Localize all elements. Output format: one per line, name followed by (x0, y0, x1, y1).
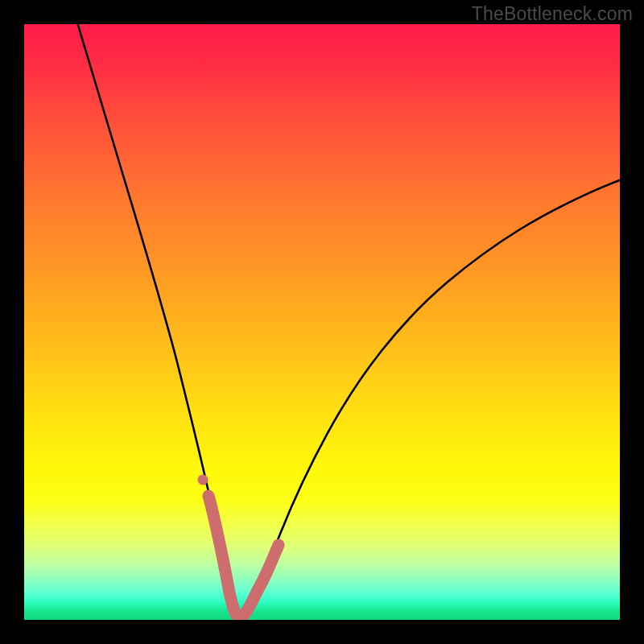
chart-svg (24, 24, 620, 620)
plot-area (24, 24, 620, 620)
watermark-text: TheBottleneck.com (472, 3, 633, 25)
highlight-top-dot (198, 475, 208, 485)
bottleneck-curve (78, 24, 620, 616)
chart-frame: TheBottleneck.com (0, 0, 644, 644)
highlight-segment (208, 496, 279, 617)
